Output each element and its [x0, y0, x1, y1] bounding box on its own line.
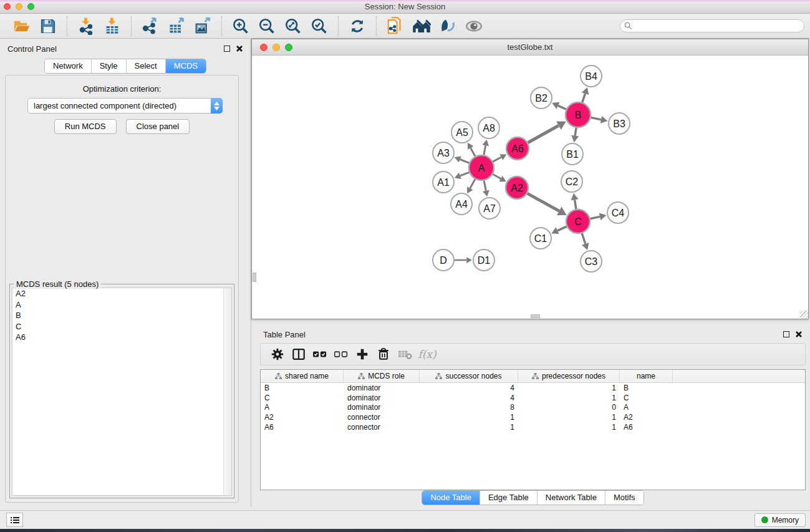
task-history-button[interactable]	[6, 513, 23, 527]
graph-edge-C-C2[interactable]	[575, 200, 576, 209]
bird-view-icon[interactable]	[465, 17, 483, 36]
export-table-icon[interactable]	[167, 17, 186, 36]
graph-edge-C-C4[interactable]	[591, 216, 600, 218]
result-list-item[interactable]: C	[12, 321, 231, 332]
tab-mcds[interactable]: MCDS	[165, 59, 206, 73]
graph-edge-A-A2[interactable]	[493, 174, 501, 178]
delete-column-icon[interactable]	[374, 346, 393, 363]
graph-edge-B-B3[interactable]	[591, 117, 601, 119]
toolbar-separator	[131, 16, 132, 36]
close-panel-button[interactable]: Close panel	[126, 119, 190, 134]
optimization-criterion-label: Optimization criterion:	[6, 84, 238, 94]
mcds-result-title: MCDS result (5 nodes)	[14, 279, 101, 289]
result-list-item[interactable]: B	[12, 310, 231, 321]
graph-edge-C-C3[interactable]	[582, 233, 586, 244]
node-table[interactable]: shared nameMCDS rolesuccessor nodesprede…	[260, 369, 806, 490]
open-session-icon[interactable]	[12, 17, 31, 36]
float-panel-icon[interactable]	[224, 46, 230, 52]
graph-edge-A-A6[interactable]	[493, 157, 501, 162]
attribute-icon	[358, 373, 365, 379]
column-header-MCDS-role[interactable]: MCDS role	[344, 370, 420, 382]
zoom-selected-icon[interactable]	[310, 17, 329, 36]
column-header-label: shared name	[285, 372, 329, 380]
table-options-gear-icon[interactable]	[268, 346, 287, 363]
tab-edge-table[interactable]: Edge Table	[480, 491, 537, 505]
graph-edge-A2-C[interactable]	[528, 193, 559, 211]
graph-edge-A-A5[interactable]	[471, 148, 475, 156]
refresh-icon[interactable]	[348, 17, 367, 36]
table-row[interactable]: Adominator80A	[261, 403, 805, 413]
close-panel-icon[interactable]	[236, 45, 243, 52]
zoom-in-icon[interactable]	[231, 17, 250, 36]
graph-node-label: B3	[613, 118, 625, 129]
graph-edge-A-A8[interactable]	[484, 145, 486, 155]
column-header-shared-name[interactable]: shared name	[261, 370, 344, 382]
graph-edge-A-A1[interactable]	[460, 172, 469, 175]
search-box	[620, 19, 804, 32]
tab-node-table[interactable]: Node Table	[422, 491, 480, 505]
table-row[interactable]: A6connector11A6	[261, 422, 805, 432]
graph-edge-C-C1[interactable]	[557, 226, 567, 231]
canvas-horizontal-scroll-thumb[interactable]	[531, 314, 540, 318]
graph-edge-arrow-icon	[483, 190, 489, 197]
network-window-titlebar[interactable]: testGlobe.txt	[252, 39, 808, 56]
export-image-icon[interactable]	[193, 17, 212, 36]
tab-style[interactable]: Style	[91, 59, 126, 73]
column-header-successor-nodes[interactable]: successor nodes	[420, 370, 518, 382]
show-graphics-details-icon[interactable]	[438, 17, 457, 36]
result-list-item[interactable]: A6	[12, 332, 231, 343]
control-panel-title: Control Panel	[7, 44, 57, 54]
tab-network-table[interactable]: Network Table	[537, 491, 605, 505]
select-all-columns-icon[interactable]	[311, 346, 329, 363]
table-row[interactable]: Bdominator41B	[261, 383, 805, 393]
close-table-panel-icon[interactable]	[795, 331, 803, 338]
table-row[interactable]: Cdominator41C	[261, 393, 805, 403]
network-canvas[interactable]: B4B2BB3A5A8A6A3B1AA1C2A2A4A7C4CC1C3DD1	[252, 56, 808, 319]
table-cell: 1	[420, 423, 518, 432]
table-cell: 0	[518, 403, 620, 412]
home-icon[interactable]	[412, 17, 431, 36]
column-header-name[interactable]: name	[620, 370, 673, 382]
graph-edge-B-B1[interactable]	[575, 128, 576, 136]
graph-edge-arrow-icon	[571, 193, 579, 200]
window-resize-grip[interactable]	[800, 311, 808, 319]
graph-edge-A-A4[interactable]	[470, 179, 475, 188]
unselect-all-columns-icon[interactable]	[332, 346, 350, 363]
graph-edge-A-A7[interactable]	[484, 181, 486, 191]
table-panel-tabs: Node TableEdge TableNetwork TableMotifs	[422, 490, 644, 505]
graph-edge-A-A3[interactable]	[460, 160, 470, 163]
tab-network[interactable]: Network	[45, 59, 91, 73]
canvas-vertical-scroll-thumb[interactable]	[253, 273, 256, 282]
graph-edge-B-B4[interactable]	[582, 94, 586, 102]
zoom-out-icon[interactable]	[258, 17, 276, 36]
result-scrollbar[interactable]	[223, 288, 231, 495]
graph-edge-A6-B[interactable]	[528, 125, 559, 142]
table-cell: 1	[518, 413, 620, 422]
float-table-panel-icon[interactable]	[783, 331, 789, 337]
import-table-icon[interactable]	[103, 17, 122, 36]
search-input[interactable]	[620, 19, 804, 32]
table-cell: 4	[420, 394, 518, 402]
run-mcds-button[interactable]: Run MCDS	[54, 119, 117, 134]
graph-node-label: D1	[478, 255, 491, 266]
tab-select[interactable]: Select	[126, 59, 165, 73]
criterion-dropdown[interactable]: largest connected component (directed)	[27, 98, 223, 114]
create-column-icon[interactable]	[353, 346, 372, 363]
show-column-icon[interactable]	[289, 346, 308, 363]
result-list-item[interactable]: A2	[12, 288, 231, 299]
graph-edge-B-B2[interactable]	[558, 105, 566, 109]
result-list-item[interactable]: A	[12, 299, 231, 311]
table-row[interactable]: A2connector11A2	[261, 412, 805, 422]
column-header-predecessor-nodes[interactable]: predecessor nodes	[518, 370, 620, 382]
import-network-icon[interactable]	[77, 17, 95, 36]
new-network-from-selection-icon[interactable]	[386, 17, 405, 36]
memory-button[interactable]: Memory	[755, 513, 806, 527]
table-cell: dominator	[344, 394, 420, 402]
export-network-icon[interactable]	[141, 17, 160, 36]
graph-node-label: A2	[511, 183, 523, 193]
zoom-fit-icon[interactable]	[284, 17, 302, 36]
table-cell: 1	[518, 394, 620, 402]
table-cell: connector	[344, 423, 420, 432]
tab-motifs[interactable]: Motifs	[605, 491, 644, 505]
save-session-icon[interactable]	[39, 17, 57, 36]
